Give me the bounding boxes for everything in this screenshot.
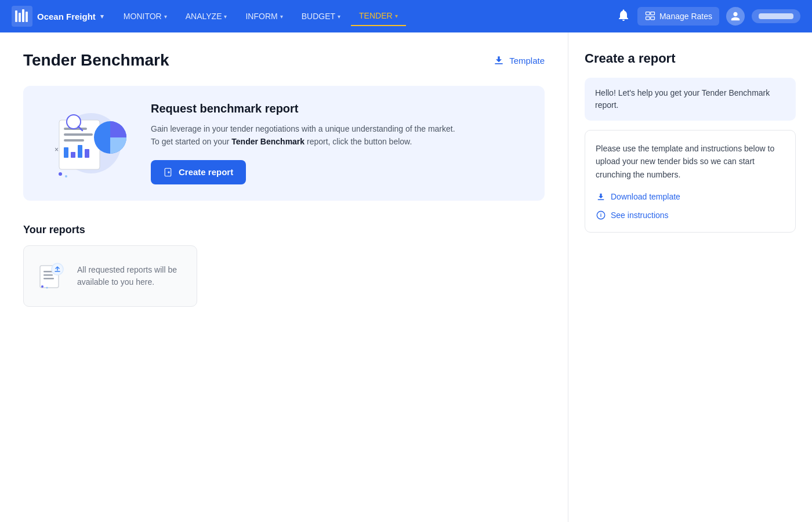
create-report-label: Create report (179, 167, 233, 177)
user-avatar[interactable] (726, 7, 745, 26)
navbar: Ocean Freight ▾ MONITOR ▾ ANALYZE ▾ INFO… (0, 0, 812, 32)
svg-rect-12 (64, 133, 93, 136)
svg-rect-5 (646, 12, 650, 15)
svg-rect-29 (44, 278, 54, 280)
svg-rect-6 (651, 12, 655, 15)
benchmark-heading: Request benchmark report (151, 102, 455, 115)
svg-rect-16 (78, 145, 82, 158)
manage-rates-icon (644, 10, 656, 22)
nav-right: Manage Rates (617, 7, 800, 26)
see-instructions-label: See instructions (611, 211, 669, 220)
svg-point-32 (46, 287, 48, 288)
svg-text:×: × (55, 146, 59, 154)
svg-text:i: i (600, 213, 602, 219)
svg-rect-28 (44, 274, 53, 276)
benchmark-card: × Request benchmark report Gain leverage… (23, 86, 545, 201)
svg-point-22 (59, 172, 62, 176)
left-content: Tender Benchmark Template (0, 32, 568, 522)
tender-chevron: ▾ (395, 13, 398, 19)
nav-item-inform[interactable]: INFORM ▾ (237, 7, 291, 26)
monitor-chevron: ▾ (164, 13, 167, 20)
manage-rates-label: Manage Rates (659, 12, 712, 21)
svg-rect-2 (19, 13, 21, 22)
reports-empty-text: All requested reports will be available … (77, 264, 185, 288)
page-title: Tender Benchmark (23, 51, 169, 70)
svg-rect-13 (64, 139, 84, 142)
user-icon (730, 11, 741, 21)
svg-rect-7 (646, 17, 650, 20)
main-layout: Tender Benchmark Template (0, 32, 812, 522)
info-text: Please use the template and instructions… (596, 142, 785, 181)
reports-section: Your reports (23, 224, 545, 307)
info-card: Please use the template and instructions… (585, 130, 796, 233)
nav-item-tender[interactable]: TENDER ▾ (351, 6, 406, 26)
template-button-label: Template (509, 56, 545, 66)
manage-rates-button[interactable]: Manage Rates (637, 7, 719, 26)
nav-item-analyze[interactable]: ANALYZE ▾ (177, 7, 235, 26)
template-download-icon (493, 55, 505, 66)
nav-item-monitor[interactable]: MONITOR ▾ (115, 7, 175, 26)
download-template-link[interactable]: Download template (596, 191, 785, 202)
create-report-button[interactable]: Create report (151, 160, 246, 184)
chat-message: Hello! Let's help you get your Tender Be… (595, 88, 770, 110)
benchmark-description: Gain leverage in your tender negotiation… (151, 122, 455, 148)
reports-heading: Your reports (23, 224, 545, 236)
svg-point-31 (41, 285, 44, 288)
notification-bell-icon[interactable] (617, 8, 630, 25)
download-icon (596, 191, 606, 202)
svg-point-23 (65, 175, 67, 177)
create-report-icon (164, 167, 174, 177)
svg-rect-8 (651, 17, 655, 20)
budget-chevron: ▾ (338, 13, 340, 20)
benchmark-illustration: × (42, 106, 135, 181)
page-header: Tender Benchmark Template (23, 51, 545, 70)
logo-text: Ocean Freight (37, 12, 96, 21)
svg-rect-4 (26, 12, 28, 22)
nav-logo[interactable]: Ocean Freight ▾ (12, 6, 104, 27)
info-icon: i (596, 210, 606, 220)
benchmark-text: Request benchmark report Gain leverage i… (151, 102, 455, 184)
chat-bubble: Hello! Let's help you get your Tender Be… (585, 78, 796, 121)
inform-chevron: ▾ (280, 13, 283, 20)
right-panel: Create a report Hello! Let's help you ge… (568, 32, 812, 522)
reports-empty-icon (35, 260, 68, 292)
svg-rect-17 (85, 149, 89, 158)
logo-chevron: ▾ (100, 13, 104, 20)
svg-rect-14 (64, 147, 68, 158)
nav-items: MONITOR ▾ ANALYZE ▾ INFORM ▾ BUDGET ▾ TE… (115, 6, 617, 26)
right-panel-heading: Create a report (585, 51, 796, 66)
svg-rect-3 (22, 9, 24, 22)
template-button[interactable]: Template (493, 55, 545, 66)
reports-empty-card: All requested reports will be available … (23, 245, 197, 307)
username-display (752, 9, 800, 23)
logo-icon (12, 6, 32, 27)
svg-rect-15 (71, 152, 75, 158)
download-template-label: Download template (611, 192, 680, 201)
svg-rect-1 (15, 10, 17, 22)
nav-item-budget[interactable]: BUDGET ▾ (293, 7, 349, 26)
see-instructions-link[interactable]: i See instructions (596, 210, 785, 220)
analyze-chevron: ▾ (224, 13, 227, 20)
